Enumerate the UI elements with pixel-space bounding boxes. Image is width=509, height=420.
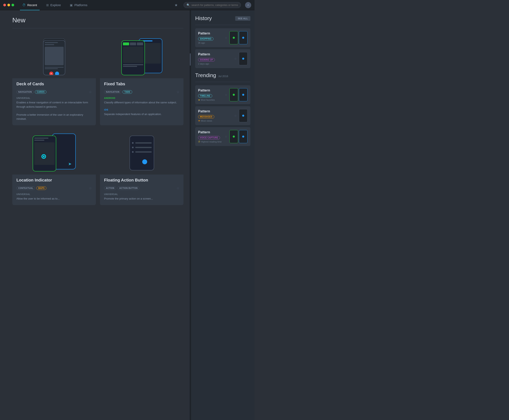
tab-recent[interactable]: ⏱ Recent — [20, 0, 40, 10]
tag-tabs: TABS — [123, 90, 132, 94]
titlebar: ⏱ Recent ⊞ Explore ▣ Platforms ★ 🔍 A — [0, 0, 254, 10]
card-title-tabs: Fixed Tabs — [104, 82, 125, 86]
card-tags-deck: NAVIGATION CARDS ☆ — [16, 90, 92, 94]
new-section-title: New — [12, 16, 184, 24]
trending-meta-voice: ⏱ Highest reading time — [198, 141, 223, 143]
trending-item-voice-capture[interactable]: Pattern VOICE CAPTURE ⏱ Highest reading … — [195, 127, 250, 146]
card-fixed-tabs[interactable]: Fixed Tabs NAVIGATION TABS ☆ ANDROID Cla… — [100, 33, 184, 125]
trending-item-timeline[interactable]: Pattern TIMELINE ★ Most favorites ☆ — [195, 85, 250, 104]
mini-phone-green-voice — [230, 130, 238, 143]
platform-android: ANDROID — [104, 97, 179, 99]
trending-date: Jul 2016 — [218, 75, 228, 78]
trending-meta-timeline: ★ Most favorites — [198, 99, 223, 101]
search-icon: 🔍 — [186, 3, 190, 7]
card-preview-location: ➤ — [12, 129, 96, 174]
trending-thumbs-voice — [230, 130, 247, 143]
grid-icon: ⊞ — [46, 3, 49, 7]
card-deck-of-cards[interactable]: ✕ Deck of Cards NAVIGATION CARDS ☆ — [12, 33, 96, 125]
mini-dot-green-timeline — [233, 94, 235, 96]
history-pattern-label-shopping: Pattern — [198, 31, 223, 36]
history-item-signing-up[interactable]: Pattern SIGNING UP 2 days ago ☆ — [195, 49, 250, 68]
location-phone-preview: ➤ — [32, 133, 77, 172]
mini-dot-blue-voice — [242, 135, 244, 138]
platform-fab: UNIVERSAL — [104, 193, 179, 195]
trending-star-timeline[interactable]: ☆ — [225, 93, 227, 96]
mini-dot-green-voice — [233, 135, 235, 138]
search-input[interactable] — [192, 3, 238, 7]
devices-icon: ▣ — [70, 3, 73, 7]
mini-phone-blue-timeline — [239, 88, 247, 101]
location-phone-front — [33, 135, 56, 172]
trending-info-timeline: Pattern TIMELINE ★ Most favorites — [198, 88, 223, 101]
trending-star-messages[interactable]: ☆ — [234, 114, 237, 117]
card-body-location: Location Indicator CONTEXTUAL MAPS ☆ UNI… — [12, 174, 96, 205]
tag-contextual: CONTEXTUAL — [16, 187, 35, 190]
close-button[interactable] — [3, 4, 6, 6]
card-title-location: Location Indicator — [16, 178, 52, 182]
trending-meta-text-voice: Highest reading time — [201, 141, 222, 143]
favorite-button-fab[interactable]: ☆ — [177, 186, 179, 190]
favorite-button-tabs[interactable]: ☆ — [177, 90, 179, 94]
mini-dot-blue — [242, 37, 244, 39]
trending-header: Trending Jul 2016 — [195, 72, 250, 79]
trending-item-messages[interactable]: Pattern MESSAGES 👁 Most views ☆ — [195, 106, 250, 125]
history-header: History SEE ALL — [195, 15, 250, 22]
mini-phone-blue-shopping — [239, 31, 247, 44]
card-body-fab: Floating Action Button ACTION ACTION BUT… — [100, 174, 184, 205]
mini-phone-blue-voice — [239, 130, 247, 143]
trending-meta-text-timeline: Most favorites — [201, 99, 215, 101]
tag-voice-capture: VOICE CAPTURE — [198, 136, 220, 139]
card-tags-fab: ACTION ACTION BUTTON ☆ — [104, 186, 179, 190]
eye-icon: 👁 — [198, 120, 200, 122]
see-all-button[interactable]: SEE ALL — [235, 16, 250, 21]
avatar[interactable]: A — [245, 2, 251, 8]
tabs-phone-preview — [119, 36, 164, 75]
card-desc-location: Allow the user to be informed as to... — [16, 197, 92, 201]
history-star-signing[interactable]: ☆ — [234, 57, 237, 60]
maximize-button[interactable] — [11, 4, 14, 6]
minimize-button[interactable] — [8, 4, 10, 6]
search-bar[interactable]: 🔍 — [184, 2, 241, 8]
clock-icon: ⏱ — [198, 141, 200, 143]
history-info-shopping: Pattern SHOPPING 3h ago — [198, 31, 223, 44]
trending-pattern-label-messages: Pattern — [198, 109, 232, 113]
tag-navigation: NAVIGATION — [16, 90, 34, 94]
platform-ios: iOS — [104, 108, 179, 111]
mini-dot-blue-timeline — [242, 94, 244, 96]
mini-phone-green-shopping — [230, 31, 238, 44]
tab-explore[interactable]: ⊞ Explore — [44, 0, 63, 10]
tab-platforms[interactable]: ▣ Platforms — [67, 0, 90, 10]
star-gold-icon: ★ — [198, 99, 200, 101]
history-title: History — [195, 15, 212, 22]
history-meta-signing: 2 days ago — [198, 63, 232, 65]
history-thumbs-shopping — [230, 31, 247, 44]
tabs-phone-front — [121, 40, 145, 75]
card-body-tabs: Fixed Tabs NAVIGATION TABS ☆ ANDROID Cla… — [100, 78, 184, 120]
favorite-button-deck[interactable]: ☆ — [89, 90, 92, 94]
mini-dot-green — [233, 37, 235, 39]
trending-divider — [195, 82, 250, 82]
tag-action-button: ACTION BUTTON — [117, 187, 139, 190]
section-divider — [12, 28, 184, 28]
tag-action: ACTION — [104, 187, 116, 190]
card-desc-fab: Promote the primary action on a screen..… — [104, 197, 179, 201]
fab-phone — [130, 135, 154, 170]
card-desc-deck-2: Promote a better immersion of the user i… — [16, 113, 92, 121]
deck-phone-preview: ✕ — [34, 36, 75, 75]
trending-star-voice[interactable]: ☆ — [225, 135, 227, 138]
favorites-button[interactable]: ★ — [173, 2, 179, 8]
trending-info-voice: Pattern VOICE CAPTURE ⏱ Highest reading … — [198, 130, 223, 143]
card-preview-fab — [100, 129, 184, 174]
favorite-button-location[interactable]: ☆ — [89, 186, 92, 190]
card-title-deck: Deck of Cards — [16, 82, 44, 86]
scroll-thumb[interactable] — [190, 53, 191, 66]
trending-thumbs-messages — [239, 109, 247, 122]
history-item-shopping[interactable]: Pattern SHOPPING 3h ago ☆ — [195, 28, 250, 47]
history-star-shopping[interactable]: ☆ — [225, 36, 227, 39]
card-location-indicator[interactable]: ➤ Location Indicator CONTEXTUAL MAPS ☆ U… — [12, 129, 96, 205]
card-desc-android: Classify different types of information … — [104, 100, 179, 105]
card-fab[interactable]: Floating Action Button ACTION ACTION BUT… — [100, 129, 184, 205]
mini-dot-blue-messages — [242, 115, 244, 117]
tab-platforms-label: Platforms — [74, 3, 87, 7]
tag-timeline: TIMELINE — [198, 94, 212, 98]
